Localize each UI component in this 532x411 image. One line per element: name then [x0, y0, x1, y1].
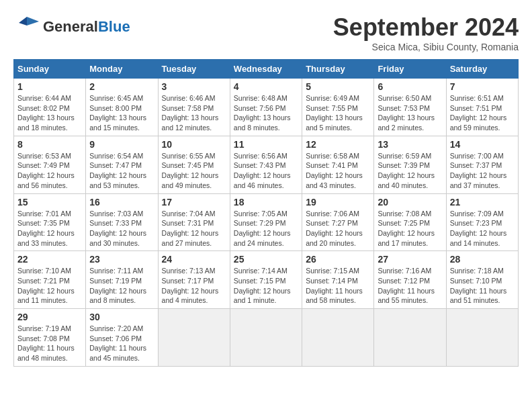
day-detail: Sunrise: 7:04 AMSunset: 7:31 PMDaylight:…: [162, 209, 226, 248]
day-detail: Sunrise: 6:49 AMSunset: 7:55 PMDaylight:…: [306, 93, 370, 133]
weekday-header-wednesday: Wednesday: [230, 60, 302, 79]
calendar: SundayMondayTuesdayWednesdayThursdayFrid…: [13, 59, 519, 367]
day-number: 26: [306, 254, 370, 265]
empty-cell: [158, 309, 230, 367]
empty-cell: [374, 309, 446, 367]
day-detail: Sunrise: 7:14 AMSunset: 7:15 PMDaylight:…: [234, 266, 298, 306]
empty-cell: [230, 309, 302, 367]
day-number: 8: [17, 139, 82, 150]
day-number: 1: [17, 81, 82, 92]
day-cell-8: 8Sunrise: 6:53 AMSunset: 7:49 PMDaylight…: [14, 136, 86, 193]
day-detail: Sunrise: 7:15 AMSunset: 7:14 PMDaylight:…: [306, 266, 370, 306]
day-cell-15: 15Sunrise: 7:01 AMSunset: 7:35 PMDayligh…: [14, 193, 86, 251]
day-detail: Sunrise: 6:44 AMSunset: 8:02 PMDaylight:…: [17, 93, 82, 133]
empty-cell: [446, 309, 518, 367]
day-detail: Sunrise: 6:48 AMSunset: 7:56 PMDaylight:…: [234, 93, 298, 133]
weekday-header-monday: Monday: [86, 60, 158, 79]
week-row-2: 8Sunrise: 6:53 AMSunset: 7:49 PMDaylight…: [14, 136, 519, 193]
logo: GeneralBlue: [13, 13, 130, 40]
day-cell-29: 29Sunrise: 7:19 AMSunset: 7:08 PMDayligh…: [14, 309, 86, 367]
day-cell-16: 16Sunrise: 7:03 AMSunset: 7:33 PMDayligh…: [86, 193, 158, 251]
day-number: 25: [234, 254, 298, 265]
day-cell-2: 2Sunrise: 6:45 AMSunset: 8:00 PMDaylight…: [86, 79, 158, 136]
day-cell-30: 30Sunrise: 7:20 AMSunset: 7:06 PMDayligh…: [86, 309, 158, 367]
day-number: 6: [378, 81, 442, 92]
day-number: 12: [306, 139, 370, 150]
day-detail: Sunrise: 6:54 AMSunset: 7:47 PMDaylight:…: [89, 151, 154, 191]
day-detail: Sunrise: 6:56 AMSunset: 7:43 PMDaylight:…: [234, 151, 298, 191]
day-number: 22: [17, 254, 82, 265]
day-number: 4: [234, 81, 298, 92]
day-cell-12: 12Sunrise: 6:58 AMSunset: 7:41 PMDayligh…: [302, 136, 374, 193]
day-cell-17: 17Sunrise: 7:04 AMSunset: 7:31 PMDayligh…: [158, 193, 230, 251]
logo-icon: [13, 13, 40, 40]
day-detail: Sunrise: 6:45 AMSunset: 8:00 PMDaylight:…: [89, 93, 154, 133]
day-detail: Sunrise: 7:01 AMSunset: 7:35 PMDaylight:…: [17, 209, 82, 248]
weekday-header-sunday: Sunday: [14, 60, 86, 79]
day-detail: Sunrise: 7:09 AMSunset: 7:23 PMDaylight:…: [450, 209, 515, 248]
day-detail: Sunrise: 6:59 AMSunset: 7:39 PMDaylight:…: [378, 151, 442, 191]
day-detail: Sunrise: 7:00 AMSunset: 7:37 PMDaylight:…: [450, 151, 515, 191]
day-cell-7: 7Sunrise: 6:51 AMSunset: 7:51 PMDaylight…: [446, 79, 518, 136]
day-number: 5: [306, 81, 370, 92]
day-number: 19: [306, 197, 370, 208]
day-cell-22: 22Sunrise: 7:10 AMSunset: 7:21 PMDayligh…: [14, 251, 86, 309]
day-cell-13: 13Sunrise: 6:59 AMSunset: 7:39 PMDayligh…: [374, 136, 446, 193]
day-number: 18: [234, 197, 298, 208]
day-number: 17: [162, 197, 226, 208]
day-number: 7: [450, 81, 515, 92]
page-header: GeneralBlue September 2024 Seica Mica, S…: [13, 13, 519, 52]
day-detail: Sunrise: 7:16 AMSunset: 7:12 PMDaylight:…: [378, 266, 442, 306]
day-number: 16: [89, 197, 154, 208]
month-title: September 2024: [333, 13, 519, 42]
logo-general: General: [43, 18, 98, 35]
day-cell-23: 23Sunrise: 7:11 AMSunset: 7:19 PMDayligh…: [86, 251, 158, 309]
day-detail: Sunrise: 6:51 AMSunset: 7:51 PMDaylight:…: [450, 93, 515, 133]
day-number: 10: [162, 139, 226, 150]
day-cell-20: 20Sunrise: 7:08 AMSunset: 7:25 PMDayligh…: [374, 193, 446, 251]
day-number: 13: [378, 139, 442, 150]
day-number: 30: [89, 312, 154, 322]
day-detail: Sunrise: 7:05 AMSunset: 7:29 PMDaylight:…: [234, 209, 298, 248]
day-cell-9: 9Sunrise: 6:54 AMSunset: 7:47 PMDaylight…: [86, 136, 158, 193]
day-detail: Sunrise: 7:19 AMSunset: 7:08 PMDaylight:…: [17, 324, 82, 363]
day-number: 15: [17, 197, 82, 208]
day-number: 28: [450, 254, 515, 265]
day-detail: Sunrise: 7:11 AMSunset: 7:19 PMDaylight:…: [89, 266, 154, 306]
day-number: 2: [89, 81, 154, 92]
day-detail: Sunrise: 7:20 AMSunset: 7:06 PMDaylight:…: [89, 324, 154, 363]
week-row-3: 15Sunrise: 7:01 AMSunset: 7:35 PMDayligh…: [14, 193, 519, 251]
week-row-1: 1Sunrise: 6:44 AMSunset: 8:02 PMDaylight…: [14, 79, 519, 136]
day-detail: Sunrise: 7:18 AMSunset: 7:10 PMDaylight:…: [450, 266, 515, 306]
day-number: 20: [378, 197, 442, 208]
day-cell-26: 26Sunrise: 7:15 AMSunset: 7:14 PMDayligh…: [302, 251, 374, 309]
weekday-header-thursday: Thursday: [302, 60, 374, 79]
week-row-5: 29Sunrise: 7:19 AMSunset: 7:08 PMDayligh…: [14, 309, 519, 367]
day-number: 29: [17, 312, 82, 322]
day-cell-25: 25Sunrise: 7:14 AMSunset: 7:15 PMDayligh…: [230, 251, 302, 309]
day-number: 14: [450, 139, 515, 150]
day-detail: Sunrise: 7:10 AMSunset: 7:21 PMDaylight:…: [17, 266, 82, 306]
day-cell-11: 11Sunrise: 6:56 AMSunset: 7:43 PMDayligh…: [230, 136, 302, 193]
day-number: 21: [450, 197, 515, 208]
day-cell-5: 5Sunrise: 6:49 AMSunset: 7:55 PMDaylight…: [302, 79, 374, 136]
day-number: 27: [378, 254, 442, 265]
day-detail: Sunrise: 6:53 AMSunset: 7:49 PMDaylight:…: [17, 151, 82, 191]
day-cell-21: 21Sunrise: 7:09 AMSunset: 7:23 PMDayligh…: [446, 193, 518, 251]
weekday-header-row: SundayMondayTuesdayWednesdayThursdayFrid…: [14, 60, 519, 79]
weekday-header-tuesday: Tuesday: [158, 60, 230, 79]
day-cell-3: 3Sunrise: 6:46 AMSunset: 7:58 PMDaylight…: [158, 79, 230, 136]
weekday-header-saturday: Saturday: [446, 60, 518, 79]
day-cell-19: 19Sunrise: 7:06 AMSunset: 7:27 PMDayligh…: [302, 193, 374, 251]
logo-blue: Blue: [98, 18, 130, 35]
day-detail: Sunrise: 6:55 AMSunset: 7:45 PMDaylight:…: [162, 151, 226, 191]
title-block: September 2024 Seica Mica, Sibiu County,…: [333, 13, 519, 52]
day-detail: Sunrise: 6:46 AMSunset: 7:58 PMDaylight:…: [162, 93, 226, 133]
day-number: 3: [162, 81, 226, 92]
day-cell-1: 1Sunrise: 6:44 AMSunset: 8:02 PMDaylight…: [14, 79, 86, 136]
day-cell-14: 14Sunrise: 7:00 AMSunset: 7:37 PMDayligh…: [446, 136, 518, 193]
empty-cell: [302, 309, 374, 367]
day-cell-24: 24Sunrise: 7:13 AMSunset: 7:17 PMDayligh…: [158, 251, 230, 309]
weekday-header-friday: Friday: [374, 60, 446, 79]
day-number: 23: [89, 254, 154, 265]
